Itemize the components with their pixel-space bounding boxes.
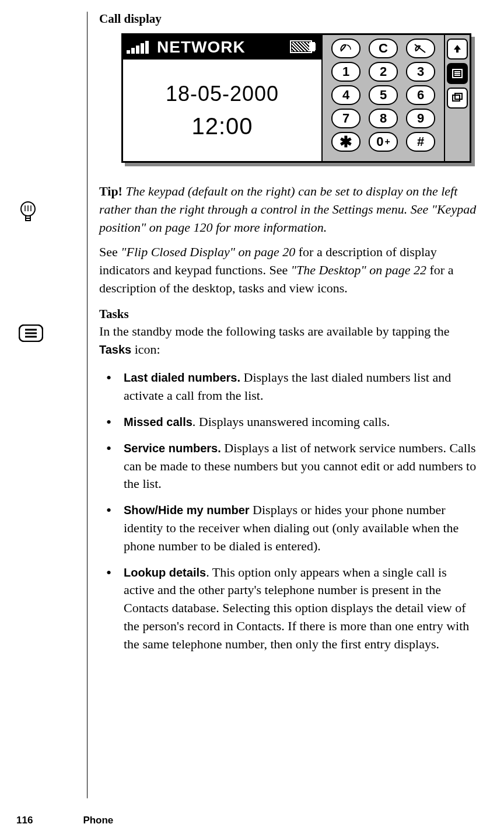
ref-desktop: "The Desktop" on page 22 xyxy=(291,263,426,277)
page-footer: 116 Phone xyxy=(0,815,504,826)
call-key[interactable] xyxy=(331,39,360,58)
clear-key[interactable]: C xyxy=(369,39,398,58)
num-9-key[interactable]: 9 xyxy=(406,109,435,128)
num-3-key[interactable]: 3 xyxy=(406,62,435,82)
tip-paragraph: Tip! The keypad (default on the right) c… xyxy=(99,183,478,236)
tip-label: Tip! xyxy=(99,184,123,198)
num-5-key[interactable]: 5 xyxy=(369,85,398,105)
list-item: Missed calls. Displays unanswered incomi… xyxy=(99,413,478,431)
tasks-list: Last dialed numbers. Displays the last d… xyxy=(99,369,478,653)
battery-icon xyxy=(290,40,317,53)
network-title: NETWORK xyxy=(157,38,246,57)
tasks-intro-a: In the standby mode the following tasks … xyxy=(99,324,450,338)
list-item: Last dialed numbers. Displays the last d… xyxy=(99,369,478,405)
tasks-icon-name: Tasks xyxy=(99,343,131,356)
num-8-key[interactable]: 8 xyxy=(369,109,398,128)
display-time: 12:00 xyxy=(191,113,253,139)
svg-rect-11 xyxy=(456,50,459,53)
bullet-label: Missed calls xyxy=(124,415,192,428)
bullet-label: Lookup details xyxy=(124,566,206,579)
vertical-rule xyxy=(87,12,88,798)
tasks-heading: Tasks xyxy=(99,307,478,322)
toolbar-list-icon[interactable] xyxy=(447,63,468,84)
list-item: Service numbers. Displays a list of netw… xyxy=(99,439,478,493)
status-bar: NETWORK xyxy=(123,35,321,60)
tasks-intro-c: icon: xyxy=(131,342,160,357)
num-2-key[interactable]: 2 xyxy=(369,62,398,82)
svg-rect-17 xyxy=(455,93,462,99)
num-7-key[interactable]: 7 xyxy=(331,109,360,128)
num-0-key[interactable]: 0+ xyxy=(369,132,398,152)
keypad: C 1 2 3 4 5 6 7 8 9 xyxy=(321,35,444,161)
see-text-a: See xyxy=(99,245,121,259)
end-call-key[interactable] xyxy=(406,39,435,58)
num-6-key[interactable]: 6 xyxy=(406,85,435,105)
section-heading: Call display xyxy=(99,12,478,26)
list-item: Lookup details. This option only appears… xyxy=(99,564,478,654)
num-1-key[interactable]: 1 xyxy=(331,62,360,82)
toolbar xyxy=(444,35,470,161)
toolbar-windows-icon[interactable] xyxy=(447,88,468,109)
page-number: 116 xyxy=(16,815,33,826)
tasks-margin-icon xyxy=(19,324,43,342)
tip-text: The keypad (default on the right) can be… xyxy=(99,184,476,235)
svg-rect-5 xyxy=(26,218,30,221)
bullet-label: Show/Hide my number xyxy=(124,504,250,516)
list-item: Show/Hide my number Displays or hides yo… xyxy=(99,501,478,555)
footer-title: Phone xyxy=(83,815,113,826)
tasks-intro: In the standby mode the following tasks … xyxy=(99,323,478,359)
tip-bulb-icon xyxy=(19,201,37,224)
bullet-label: Service numbers. xyxy=(124,442,221,455)
bullet-label: Last dialed numbers. xyxy=(124,371,240,384)
phone-display-figure: NETWORK 18-05-2000 12:00 C xyxy=(121,33,480,169)
ref-flip-closed: "Flip Closed Display" on page 20 xyxy=(121,245,295,259)
hash-key[interactable]: # xyxy=(406,132,435,152)
toolbar-up-icon[interactable] xyxy=(447,39,468,60)
see-paragraph: See "Flip Closed Display" on page 20 for… xyxy=(99,243,478,297)
signal-icon xyxy=(127,41,149,54)
star-key[interactable]: ✱ xyxy=(331,132,360,152)
display-date: 18-05-2000 xyxy=(166,82,279,106)
bullet-text: . Displays unanswered incoming calls. xyxy=(192,414,390,429)
svg-rect-16 xyxy=(453,95,460,101)
num-4-key[interactable]: 4 xyxy=(331,85,360,105)
